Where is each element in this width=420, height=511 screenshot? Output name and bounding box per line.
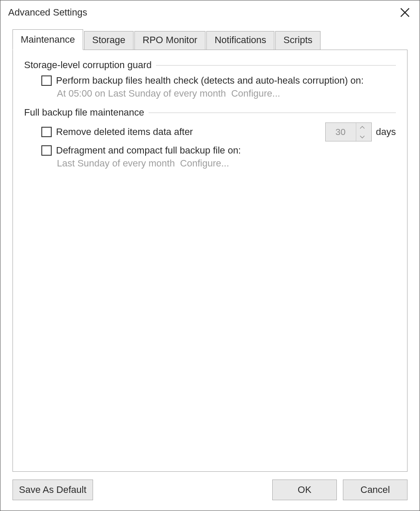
- tab-storage[interactable]: Storage: [84, 31, 134, 50]
- chevron-up-icon: [360, 126, 365, 129]
- tab-label: Notifications: [215, 34, 266, 45]
- row-defrag: Defragment and compact full backup file …: [41, 145, 396, 156]
- save-as-default-button[interactable]: Save As Default: [12, 480, 93, 500]
- tab-label: Storage: [92, 34, 125, 45]
- group-divider: [156, 65, 396, 66]
- group-divider: [149, 113, 396, 113]
- spinner-up[interactable]: [356, 123, 369, 132]
- group-full-backup-maintenance: Full backup file maintenance Remove dele…: [24, 107, 396, 169]
- window-title: Advanced Settings: [8, 7, 87, 18]
- spinner-arrows: [356, 123, 369, 141]
- button-label: OK: [298, 484, 311, 495]
- defrag-schedule-text: Last Sunday of every month: [57, 158, 175, 169]
- tab-panel-maintenance: Storage-level corruption guard Perform b…: [12, 50, 408, 472]
- checkbox-remove-deleted[interactable]: [41, 127, 52, 137]
- row-healthcheck: Perform backup files health check (detec…: [41, 75, 396, 86]
- group-header: Storage-level corruption guard: [24, 60, 396, 71]
- healthcheck-schedule-row: At 05:00 on Last Sunday of every month C…: [57, 88, 396, 99]
- healthcheck-schedule-text: At 05:00 on Last Sunday of every month: [57, 88, 226, 99]
- remove-deleted-days-input[interactable]: [326, 123, 356, 141]
- spinner-down[interactable]: [356, 132, 369, 141]
- tab-notifications[interactable]: Notifications: [206, 31, 274, 50]
- ok-button[interactable]: OK: [272, 480, 337, 500]
- checkbox-healthcheck[interactable]: [41, 75, 52, 86]
- tab-maintenance[interactable]: Maintenance: [12, 29, 83, 50]
- button-label: Cancel: [361, 484, 390, 495]
- defrag-label: Defragment and compact full backup file …: [56, 145, 241, 156]
- tab-label: Scripts: [283, 34, 312, 45]
- group-storage-corruption-guard: Storage-level corruption guard Perform b…: [24, 60, 396, 99]
- advanced-settings-dialog: Advanced Settings Maintenance Storage RP…: [0, 0, 420, 511]
- close-button[interactable]: [396, 4, 414, 21]
- tab-strip: Maintenance Storage RPO Monitor Notifica…: [12, 29, 408, 50]
- tab-label: Maintenance: [21, 34, 75, 45]
- group-title: Full backup file maintenance: [24, 107, 144, 118]
- healthcheck-configure-link[interactable]: Configure...: [231, 88, 280, 99]
- tab-scripts[interactable]: Scripts: [275, 31, 320, 50]
- remove-deleted-unit: days: [376, 126, 396, 138]
- chevron-down-icon: [360, 135, 365, 138]
- dialog-button-row: Save As Default OK Cancel: [0, 480, 420, 511]
- tab-label: RPO Monitor: [143, 34, 197, 45]
- close-icon: [400, 8, 410, 17]
- cancel-button[interactable]: Cancel: [343, 480, 408, 500]
- defrag-configure-link[interactable]: Configure...: [180, 158, 229, 169]
- group-header: Full backup file maintenance: [24, 107, 396, 118]
- titlebar: Advanced Settings: [0, 0, 420, 29]
- healthcheck-label: Perform backup files health check (detec…: [56, 75, 364, 86]
- defrag-schedule-row: Last Sunday of every month Configure...: [57, 158, 396, 169]
- remove-deleted-label: Remove deleted items data after: [56, 126, 193, 138]
- checkbox-defrag[interactable]: [41, 145, 52, 156]
- group-title: Storage-level corruption guard: [24, 60, 152, 71]
- row-remove-deleted: Remove deleted items data after days: [41, 122, 396, 141]
- remove-deleted-days-spinner[interactable]: [325, 122, 372, 141]
- tab-rpo-monitor[interactable]: RPO Monitor: [134, 31, 205, 50]
- button-label: Save As Default: [19, 484, 87, 495]
